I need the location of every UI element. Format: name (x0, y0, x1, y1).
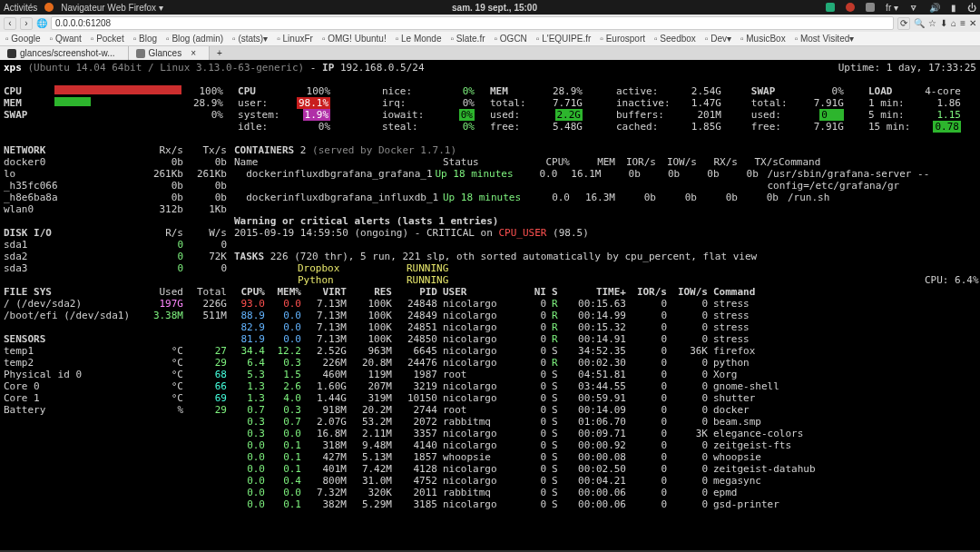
new-tab-button[interactable]: + (210, 46, 230, 60)
swap-header: SWAP (751, 85, 802, 97)
net-tx: 0b (183, 192, 227, 203)
cpu-nice: 0% (433, 85, 475, 97)
tasks-col-header: NI (524, 286, 552, 298)
tray-icon-1[interactable] (826, 3, 835, 12)
tab-1[interactable]: glances/screenshot-w... (0, 46, 129, 60)
process-row[interactable]: 0.00.1382M5.29M3185nicolargo0S00:00.0600… (234, 498, 895, 510)
net-if: _h35fc066 (4, 180, 140, 192)
ip-label: IP (322, 62, 334, 74)
container-ior: 0b (601, 168, 640, 192)
process-row[interactable]: 93.00.07.13M100K24848nicolargo0R00:15.63… (234, 298, 895, 310)
bookmark-item[interactable]: Most Visited▾ (795, 34, 855, 44)
close-window-icon[interactable]: ✕ (969, 18, 976, 28)
tasks-col-header: MEM% (270, 286, 307, 298)
process-row[interactable]: 0.00.1427M5.13M1857whoopsie0S00:00.0800w… (234, 451, 895, 463)
alert-ts: 2015-09-19 14:59:50 (ongoing) - CRITICAL… (234, 227, 498, 239)
process-row[interactable]: 0.30.72.07G53.2M2072rabbitmq0S01:06.7000… (234, 416, 895, 428)
tray-icon-3[interactable] (866, 3, 875, 12)
tab-2[interactable]: Glances× (129, 46, 211, 60)
process-row[interactable]: 1.34.01.44G319M10150nicolargo0S00:59.910… (234, 392, 895, 404)
reload-button[interactable]: ⟳ (897, 17, 910, 30)
clock[interactable]: sam. 19 sept., 15:00 (163, 3, 826, 13)
process-row[interactable]: 0.30.016.8M2.11M3357nicolargo0S00:09.710… (234, 428, 895, 439)
process-row[interactable]: 0.00.1401M7.42M4128nicolargo0S00:02.5000… (234, 463, 895, 475)
process-row[interactable]: 5.31.5460M119M1987root0S04:51.8100Xorg (234, 369, 895, 380)
fs-total: 511M (183, 310, 227, 321)
back-button[interactable]: ‹ (4, 17, 16, 30)
disk-dev: sda2 (4, 251, 140, 262)
process-row[interactable]: 88.90.07.13M100K24849nicolargo0R00:14.99… (234, 310, 895, 321)
container-cpu: 0.0 (534, 192, 570, 203)
mem-header: MEM (490, 85, 541, 97)
bookmark-item[interactable]: OGCN (495, 34, 527, 44)
wifi-icon[interactable]: ⛛ (909, 3, 918, 13)
power-icon[interactable]: ⏻ (967, 3, 976, 13)
fs-used: 3.38M (140, 310, 183, 321)
process-row[interactable]: 81.90.07.13M100K24850nicolargo0R00:14.91… (234, 333, 895, 345)
fs-mount: / (/dev/sda2) (4, 298, 140, 310)
cpu-user: 98.1% (297, 97, 330, 109)
bookmark-item[interactable]: L'EQUIPE.fr (536, 34, 591, 44)
home-icon[interactable]: ⌂ (951, 18, 956, 28)
bookmark-item[interactable]: (stats)▾ (232, 34, 268, 44)
process-row[interactable]: 0.00.4800M31.0M4752nicolargo0S00:04.2100… (234, 475, 895, 487)
process-row[interactable]: 6.40.3226M20.8M24476nicolargo0R00:02.300… (234, 357, 895, 369)
task-state-1: RUNNING (407, 262, 448, 274)
sensor-name: temp1 (4, 345, 140, 357)
containers-served: (served by Docker 1.7.1) (312, 144, 456, 156)
bookmark-item[interactable]: Dev▾ (705, 34, 731, 44)
keyboard-lang[interactable]: fr ▾ (886, 3, 898, 13)
sensor-val: 69 (183, 392, 227, 404)
disk-title: DISK I/O (4, 227, 140, 239)
bookmark-item[interactable]: Eurosport (600, 34, 645, 44)
bookmark-item[interactable]: Seedbox (654, 34, 696, 44)
container-cmd: /run.sh (788, 192, 829, 203)
bookmarks-toolbar: GoogleQwantPocketBlogBlog (admin)(stats)… (0, 32, 980, 46)
bookmark-item[interactable]: Slate.fr (451, 34, 485, 44)
sensor-name: Physical id 0 (4, 369, 140, 380)
bookmark-star-icon[interactable]: ☆ (928, 18, 936, 28)
close-tab-icon[interactable]: × (191, 48, 196, 58)
container-tx: 0b (720, 168, 759, 192)
tray-icon-2[interactable] (846, 3, 855, 12)
battery-icon[interactable]: ▮ (951, 3, 956, 13)
process-row[interactable]: 34.412.22.52G963M6645nicolargo0S34:52.35… (234, 345, 895, 357)
bookmark-item[interactable]: Pocket (91, 34, 124, 44)
bookmark-item[interactable]: Le Monde (396, 34, 442, 44)
tasks-col-header: USER (443, 286, 524, 298)
alert-val: (98.5) (553, 227, 589, 239)
process-row[interactable]: 0.00.1318M9.48M4140nicolargo0S00:00.9200… (234, 439, 895, 451)
forward-button[interactable]: › (20, 17, 33, 30)
process-row[interactable]: 82.90.07.13M100K24851nicolargo0R00:15.32… (234, 321, 895, 333)
menu-icon[interactable]: ≡ (960, 18, 965, 28)
bookmark-item[interactable]: Qwant (50, 34, 82, 44)
tasks-col-header: S (552, 286, 568, 298)
activities-button[interactable]: Activités (4, 3, 37, 13)
sensor-val: 29 (183, 404, 227, 416)
bookmark-item[interactable]: Blog (admin) (166, 34, 223, 44)
process-row[interactable]: 0.70.3918M20.2M2744root0S00:14.0900docke… (234, 404, 895, 416)
process-row[interactable]: 1.32.61.60G207M3219nicolargo0S03:44.5500… (234, 380, 895, 392)
bookmark-item[interactable]: OMG! Ubuntu! (322, 34, 387, 44)
task-right-2: CPU: 6.4% | MEM: 0.3% (925, 274, 980, 286)
cpu-irq: 0% (433, 97, 475, 109)
tab-label: Glances (149, 48, 182, 58)
volume-icon[interactable]: 🔊 (929, 3, 940, 13)
bookmark-item[interactable]: LinuxFr (277, 34, 313, 44)
bookmark-item[interactable]: Blog (133, 34, 157, 44)
firefox-chrome: ‹ › 🌐 0.0.0.0:61208 ⟳ 🔍 ☆ ⬇ ⌂ ≡ ✕ Google… (0, 15, 980, 60)
bookmark-item[interactable]: MusicBox (740, 34, 786, 44)
sensor-unit: °C (140, 369, 183, 380)
container-mem: 16.3M (570, 192, 615, 203)
sensor-name: temp2 (4, 357, 140, 369)
bookmark-item[interactable]: Google (5, 34, 41, 44)
app-menu[interactable]: Navigateur Web Firefox ▾ (61, 3, 163, 13)
mem-buffers: 201M (680, 109, 721, 121)
container-iow: 0b (641, 168, 680, 192)
search-icon[interactable]: 🔍 (914, 18, 925, 28)
tasks-col-header: IOR/s (632, 286, 672, 298)
url-bar[interactable]: 0.0.0.0:61208 (51, 16, 894, 30)
sensor-unit: °C (140, 392, 183, 404)
process-row[interactable]: 0.00.07.32M320K2011rabbitmq0S00:00.0600e… (234, 487, 895, 498)
download-icon[interactable]: ⬇ (940, 18, 947, 28)
